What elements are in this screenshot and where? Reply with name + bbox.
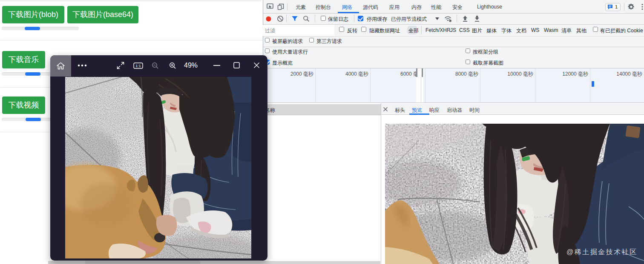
svg-text:1:1: 1:1 [135, 64, 141, 68]
